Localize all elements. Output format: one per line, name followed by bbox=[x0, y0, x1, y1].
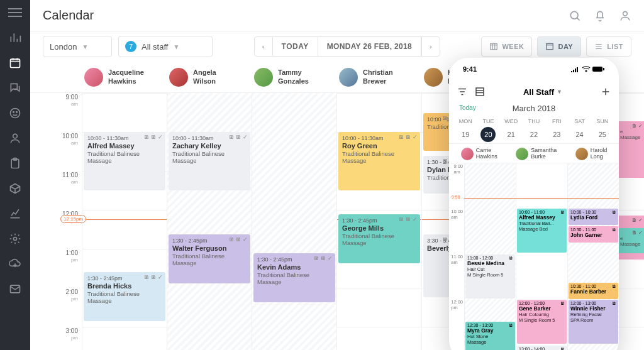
settings-icon[interactable] bbox=[8, 231, 23, 246]
phone-event[interactable]: 🗎10:30 - 11:00John Garner bbox=[569, 226, 618, 243]
svg-point-2 bbox=[13, 112, 14, 113]
phone-dow-label: THU bbox=[526, 118, 541, 124]
profile-icon[interactable] bbox=[619, 9, 631, 22]
phone-day-cell[interactable]: 23 bbox=[549, 127, 564, 142]
grid-col[interactable]: 🗎🗎✓1:30 - 2:45pmKevin AdamsTraditional B… bbox=[252, 93, 336, 350]
calendar-event[interactable]: 🗎🗎✓10:00 - 11:30amRoy GreenTraditional B… bbox=[338, 132, 420, 190]
phone-event[interactable]: 🗎11:00 - 12:00Bessie MedinaHair CutM Sin… bbox=[465, 254, 515, 298]
page-title: Calendar bbox=[43, 8, 94, 23]
staff-header-item[interactable]: ChristianBrewer bbox=[336, 62, 421, 92]
search-icon[interactable] bbox=[569, 9, 581, 22]
phone-day-cell[interactable]: 25 bbox=[595, 127, 610, 142]
signal-icon bbox=[571, 66, 580, 72]
staff-header-item[interactable]: TammyGonzales bbox=[252, 62, 336, 92]
phone-day-cell[interactable]: 22 bbox=[526, 127, 541, 142]
phone-event[interactable]: 🗎12:00 - 13:00Gene BarkerHair ColouringM… bbox=[517, 300, 567, 344]
chevron-down-icon: ▼ bbox=[82, 43, 88, 50]
bell-icon[interactable] bbox=[594, 9, 606, 22]
messages-icon[interactable] bbox=[8, 80, 23, 96]
calendar-icon[interactable] bbox=[8, 55, 23, 70]
svg-point-9 bbox=[570, 11, 578, 19]
side-nav-rail bbox=[0, 0, 30, 350]
face-icon[interactable] bbox=[8, 106, 23, 121]
phone-time-gutter: 9:00am 10:00am 11:00am 12:00pm bbox=[449, 163, 464, 350]
phone-day-cell[interactable]: 24 bbox=[572, 127, 587, 142]
staff-header-item[interactable]: AngelaWilson bbox=[167, 62, 252, 92]
phone-now-line: 9:58 bbox=[464, 198, 619, 199]
filter-icon[interactable] bbox=[457, 86, 468, 97]
analytics-icon[interactable] bbox=[8, 30, 23, 45]
svg-rect-14 bbox=[603, 68, 604, 70]
calendar-event[interactable]: 🗎🗎✓1:30 - 2:45pmBrenda HicksTraditional … bbox=[84, 272, 165, 321]
location-dropdown[interactable]: London ▼ bbox=[43, 36, 112, 57]
svg-point-10 bbox=[623, 11, 628, 16]
chevron-down-icon: ▼ bbox=[173, 43, 179, 50]
calendar-event[interactable]: 🗎🗎✓1:30 - 2:45pmWalter FergusonTradition… bbox=[169, 234, 250, 283]
phone-grid-col[interactable]: 🗎11:00 - 12:00Bessie MedinaHair CutM Sin… bbox=[464, 163, 516, 350]
view-list-button[interactable]: LIST bbox=[586, 36, 631, 57]
chevron-down-icon: ▼ bbox=[557, 89, 562, 95]
add-icon[interactable] bbox=[600, 86, 611, 97]
mail-icon[interactable] bbox=[8, 282, 23, 297]
phone-event[interactable]: 🗎10:30 - 11:00Fannie Barber bbox=[569, 283, 618, 299]
phone-title[interactable]: All Staff ▼ bbox=[523, 87, 562, 97]
prev-day-button[interactable]: ‹ bbox=[254, 36, 273, 57]
today-button[interactable]: TODAY bbox=[273, 36, 318, 57]
topbar: Calendar bbox=[30, 0, 644, 31]
phone-event[interactable]: 🗎10:00 - 10:30Lydia Ford bbox=[569, 209, 618, 225]
phone-dow-row: MONTUEWEDTHUFRISATSUN bbox=[449, 117, 619, 126]
svg-point-1 bbox=[11, 109, 20, 118]
view-day-button[interactable]: DAY bbox=[537, 36, 581, 57]
phone-day-cell[interactable]: 20 bbox=[480, 127, 496, 142]
staff-count-badge: 7 bbox=[125, 41, 136, 52]
phone-event[interactable]: 🗎10:00 - 11:00Alfred MasseyTraditional B… bbox=[517, 209, 567, 253]
clipboard-icon[interactable] bbox=[8, 156, 23, 171]
calendar-event[interactable]: 🗎🗎✓1:30 - 2:45pmKevin AdamsTraditional B… bbox=[253, 253, 335, 302]
staff-filter-dropdown[interactable]: 7 All staff ▼ bbox=[118, 36, 213, 57]
phone-grid-col[interactable]: 🗎10:00 - 11:00Alfred MasseyTraditional B… bbox=[516, 163, 567, 350]
svg-point-3 bbox=[16, 112, 18, 113]
phone-dow-label: MON bbox=[458, 118, 473, 124]
phone-event[interactable]: 🗎13:00 - 14:00Shawn Duncan bbox=[517, 346, 567, 350]
calendar-event[interactable]: 🗎🗎✓10:00 - 11:30amAlfred MasseyTradition… bbox=[84, 132, 165, 190]
staff-filter-value: All staff bbox=[142, 42, 168, 52]
phone-dow-label: SUN bbox=[595, 118, 610, 124]
chart-line-icon[interactable] bbox=[8, 206, 23, 221]
phone-dow-label: WED bbox=[504, 118, 519, 124]
overflow-event[interactable]: 🗎 ✓e Massage bbox=[619, 228, 644, 253]
grid-col[interactable]: 🗎🗎✓10:00 - 11:30amAlfred MasseyTradition… bbox=[82, 93, 167, 350]
grid-col[interactable]: 🗎🗎✓10:00 - 11:30amZachary KelleyTraditio… bbox=[167, 93, 252, 350]
overflow-event[interactable]: 🗎 ✓e Massage bbox=[619, 121, 644, 178]
phone-staff-item[interactable]: HaroldLong bbox=[575, 148, 608, 160]
svg-rect-11 bbox=[491, 43, 497, 49]
current-date-label: MONDAY 26 FEB, 2018 bbox=[318, 36, 421, 57]
phone-event[interactable]: 🗎12:30 - 13:00Myra GrayHot StoneMassage bbox=[465, 322, 515, 350]
phone-dow-label: SAT bbox=[572, 118, 587, 124]
calendar-event[interactable]: 🗎🗎✓10:00 - 11:30amZachary KelleyTraditio… bbox=[169, 132, 250, 190]
next-day-button[interactable]: › bbox=[421, 36, 440, 57]
topbar-actions bbox=[569, 9, 631, 22]
cloud-download-icon[interactable] bbox=[8, 256, 23, 271]
calendar-event[interactable]: 🗎🗎✓1:30 - 2:45pmGeorge MillsTraditional … bbox=[338, 214, 420, 263]
user-icon[interactable] bbox=[8, 131, 23, 146]
list-view-icon[interactable] bbox=[474, 86, 486, 97]
grid-col[interactable]: 🗎🗎✓10:00 - 11:30amRoy GreenTraditional B… bbox=[336, 93, 421, 350]
wifi-icon bbox=[582, 66, 591, 72]
phone-mock: 9:41 All Staff ▼ Today March 2018 MONTUE… bbox=[449, 58, 619, 350]
phone-staff-item[interactable]: SamanthaBurke bbox=[516, 148, 557, 160]
phone-staff-item[interactable]: CarrieHawkins bbox=[461, 148, 497, 160]
phone-staff-row: CarrieHawkins SamanthaBurke HaroldLong bbox=[449, 143, 619, 163]
phone-grid-col[interactable]: 🗎10:00 - 10:30Lydia Ford🗎10:30 - 11:00Jo… bbox=[567, 163, 619, 350]
phone-day-cell[interactable]: 21 bbox=[504, 127, 519, 142]
svg-point-7 bbox=[14, 238, 17, 241]
phone-day-cell[interactable]: 19 bbox=[458, 127, 473, 142]
staff-header-item[interactable]: JacquelineHawkins bbox=[82, 62, 167, 92]
overflow-column: 🗎 ✓e Massage🗎 ✓🗎 ✓e Massage bbox=[619, 93, 644, 350]
battery-icon bbox=[592, 66, 605, 72]
view-week-button[interactable]: WEEK bbox=[481, 36, 532, 57]
phone-event[interactable]: 🗎12:00 - 13:00Winnie FisherRefining Faci… bbox=[569, 300, 618, 344]
menu-icon[interactable] bbox=[8, 5, 23, 20]
package-icon[interactable] bbox=[8, 181, 23, 196]
svg-rect-0 bbox=[11, 59, 20, 67]
phone-today-link[interactable]: Today bbox=[459, 104, 476, 111]
